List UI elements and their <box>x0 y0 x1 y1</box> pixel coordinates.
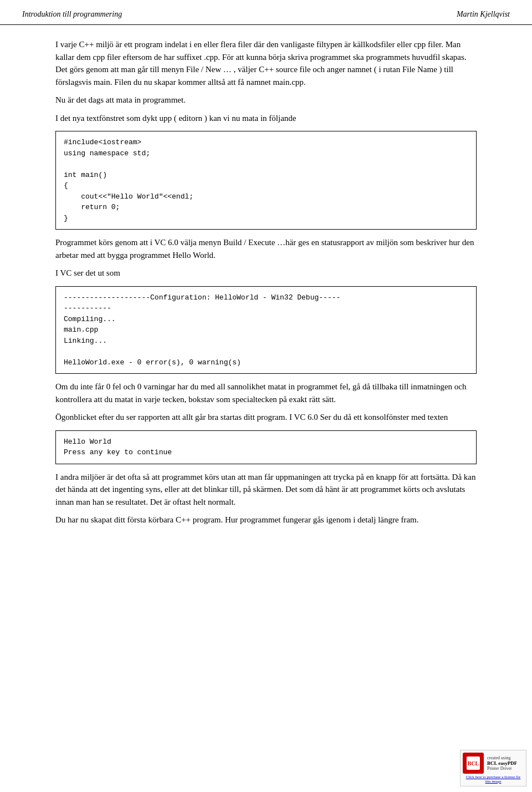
paragraph-2: Nu är det dags att mata in programmet. <box>55 94 477 106</box>
paragraph-1: I varje C++ miljö är ett program indelat… <box>55 38 477 88</box>
paragraph-6: Om du inte får 0 fel och 0 varningar har… <box>55 380 477 405</box>
code-block-1: #include<iostream> using namespace std; … <box>55 131 477 230</box>
paragraph-4: Programmet körs genom att i VC 6.0 välja… <box>55 236 477 261</box>
paragraph-7: Ögonblicket efter du ser rapporten att a… <box>55 411 477 424</box>
bcl-line2: BCL easyPDF <box>487 760 517 766</box>
code-block-2: --------------------Configuration: Hello… <box>55 286 477 374</box>
paragraph-8: I andra miljöer är det ofta så att progr… <box>55 471 477 509</box>
bcl-link[interactable]: Click here to purchase a license for thi… <box>463 775 524 784</box>
page: Introduktion till programmering Martin K… <box>0 0 532 792</box>
header-left: Introduktion till programmering <box>22 10 122 19</box>
page-content: I varje C++ miljö är ett program indelat… <box>0 25 532 554</box>
bcl-line1: created using <box>487 755 517 760</box>
paragraph-3: I det nya textfönstret som dykt upp ( ed… <box>55 112 477 125</box>
bcl-watermark: BCL created using BCL easyPDF Printer Dr… <box>460 750 526 786</box>
page-header: Introduktion till programmering Martin K… <box>0 0 532 25</box>
bcl-line3: Printer Driver <box>487 766 517 771</box>
code-block-3: Hello World Press any key to continue <box>55 430 477 464</box>
paragraph-9: Du har nu skapat ditt första körbara C++… <box>55 514 477 526</box>
paragraph-5: I VC ser det ut som <box>55 267 477 280</box>
header-right: Martin Kjellqvist <box>457 10 510 19</box>
